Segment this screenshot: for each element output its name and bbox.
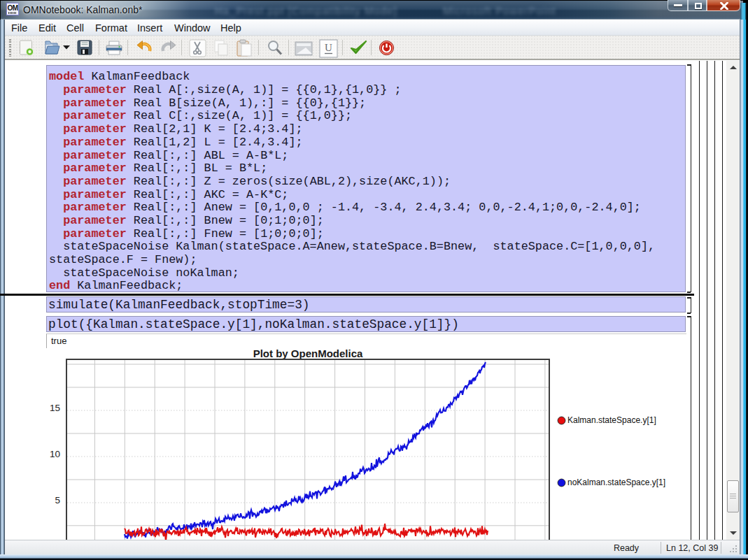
svg-text:U: U: [325, 42, 332, 53]
